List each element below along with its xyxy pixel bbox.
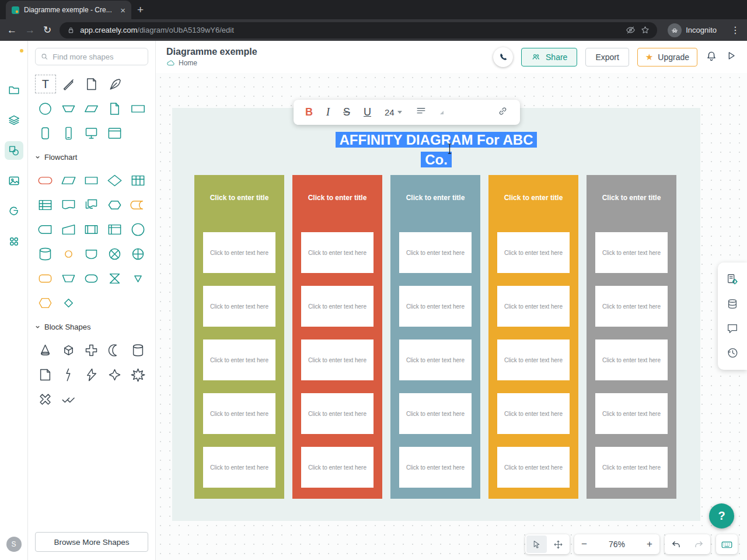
tab-close-icon[interactable]: × — [120, 5, 125, 15]
shape-double-check[interactable] — [58, 390, 79, 408]
shape-crescent[interactable] — [104, 341, 125, 359]
browse-more-shapes-button[interactable]: Browse More Shapes — [35, 532, 148, 552]
affinity-card[interactable]: Click to enter text here — [595, 447, 668, 488]
affinity-card[interactable]: Click to enter text here — [497, 286, 570, 327]
shape-trapezoid-down[interactable] — [58, 99, 79, 118]
font-size-dropdown[interactable]: 24 — [385, 107, 402, 117]
affinity-card[interactable]: Click to enter text here — [497, 393, 570, 434]
shape-parallelogram[interactable] — [81, 99, 102, 118]
shape-pen-tool[interactable] — [58, 75, 79, 93]
link-button[interactable] — [497, 106, 508, 119]
shape-circle-plus[interactable] — [127, 244, 148, 263]
shape-delay[interactable] — [35, 220, 56, 239]
shape-multi-document[interactable] — [81, 195, 102, 214]
affinity-card[interactable]: Click to enter text here — [497, 340, 570, 380]
shape-table[interactable] — [127, 171, 148, 190]
sidebar-item-google[interactable] — [5, 202, 23, 220]
page-settings-icon[interactable] — [726, 273, 739, 286]
shape-manual-input[interactable] — [58, 220, 79, 239]
affinity-card[interactable]: Click to enter text here — [399, 393, 472, 434]
shape-search[interactable] — [35, 48, 148, 65]
undo-icon[interactable] — [671, 539, 682, 550]
notifications-button[interactable] — [706, 50, 717, 64]
shape-cube[interactable] — [58, 341, 79, 359]
affinity-card[interactable]: Click to enter text here — [203, 286, 275, 327]
affinity-card[interactable]: Click to enter text here — [301, 393, 374, 434]
column-title[interactable]: Click to enter title — [194, 175, 284, 202]
sidebar-item-layers[interactable] — [5, 111, 23, 130]
shape-quill-tool[interactable] — [104, 75, 125, 93]
shape-hexagon[interactable] — [35, 293, 56, 312]
shape-card[interactable] — [35, 365, 56, 384]
zoom-in-button[interactable]: + — [647, 538, 652, 550]
column-title[interactable]: Click to enter title — [390, 175, 480, 202]
shape-rounded-rect[interactable] — [81, 269, 102, 288]
database-icon[interactable] — [726, 298, 739, 310]
creately-logo[interactable] — [6, 49, 22, 69]
align-button[interactable] — [416, 106, 427, 119]
keyboard-shortcuts-button[interactable] — [716, 534, 738, 554]
shape-rounded-portrait[interactable] — [35, 124, 56, 142]
affinity-card[interactable]: Click to enter text here — [399, 340, 472, 380]
sidebar-item-apps[interactable] — [5, 232, 23, 251]
browser-tab[interactable]: Diagramme exemple - Cre... × — [6, 1, 131, 19]
shape-rounded-rect-yellow[interactable] — [35, 269, 56, 288]
affinity-card[interactable]: Click to enter text here — [301, 286, 374, 327]
shape-trapezoid[interactable] — [58, 269, 79, 288]
shape-display[interactable] — [104, 195, 125, 214]
browser-menu-icon[interactable]: ⋮ — [731, 24, 740, 36]
shape-phone[interactable] — [58, 124, 79, 142]
affinity-column[interactable]: Click to enter titleClick to enter text … — [488, 175, 578, 499]
shape-decision[interactable] — [104, 171, 125, 190]
affinity-card[interactable]: Click to enter text here — [203, 232, 275, 273]
share-button[interactable]: Share — [521, 48, 577, 66]
breadcrumb[interactable]: Home — [166, 59, 257, 67]
affinity-card[interactable]: Click to enter text here — [203, 393, 275, 434]
section-block-shapes[interactable]: Block Shapes — [35, 323, 148, 331]
column-title[interactable]: Click to enter title — [587, 175, 676, 202]
search-input[interactable] — [53, 52, 142, 61]
url-field[interactable]: app.creately.com/diagram/oUbA5139wY6/edi… — [60, 22, 657, 38]
shape-hourglass[interactable] — [104, 269, 125, 288]
shape-stored-data[interactable] — [127, 195, 148, 214]
shape-page-tool[interactable] — [81, 75, 102, 93]
affinity-card[interactable]: Click to enter text here — [301, 340, 374, 380]
affinity-card[interactable]: Click to enter text here — [497, 232, 570, 273]
section-flowchart[interactable]: Flowchart — [35, 153, 148, 162]
affinity-card[interactable]: Click to enter text here — [399, 286, 472, 327]
comment-icon[interactable] — [726, 322, 739, 335]
user-avatar[interactable]: S — [6, 537, 22, 552]
affinity-column[interactable]: Click to enter titleClick to enter text … — [390, 175, 480, 499]
back-icon[interactable]: ← — [7, 24, 17, 36]
pan-tool-button[interactable] — [548, 536, 568, 553]
affinity-card[interactable]: Click to enter text here — [595, 286, 668, 327]
dropdown-corner-icon[interactable] — [440, 111, 444, 114]
call-button[interactable] — [493, 47, 513, 67]
eye-off-icon[interactable] — [626, 25, 636, 35]
strikethrough-button[interactable]: S — [343, 106, 350, 118]
shape-document[interactable] — [104, 99, 125, 118]
select-tool-button[interactable] — [526, 536, 547, 553]
shape-browser[interactable] — [104, 124, 125, 142]
affinity-card[interactable]: Click to enter text here — [595, 340, 668, 380]
shape-monitor[interactable] — [81, 124, 102, 142]
new-tab-button[interactable]: + — [137, 4, 144, 16]
shape-internal-storage[interactable] — [104, 220, 125, 239]
shape-cone[interactable] — [35, 341, 56, 359]
shape-big-circle[interactable] — [127, 220, 148, 239]
shape-process[interactable] — [81, 171, 102, 190]
shape-triangle-down[interactable] — [127, 269, 148, 288]
underline-button[interactable]: U — [364, 106, 371, 118]
affinity-card[interactable]: Click to enter text here — [399, 232, 472, 273]
column-title[interactable]: Click to enter title — [292, 175, 382, 202]
export-button[interactable]: Export — [585, 48, 629, 66]
affinity-card[interactable]: Click to enter text here — [595, 232, 668, 273]
zoom-out-button[interactable]: − — [581, 538, 587, 550]
shape-circle[interactable] — [35, 99, 56, 118]
sidebar-item-shapes[interactable] — [5, 141, 23, 160]
shape-circle-x[interactable] — [104, 244, 125, 263]
affinity-diagram-panel[interactable]: AFFINITY DIAGRAM For ABC Co. Click to en… — [172, 108, 700, 521]
shape-terminator[interactable] — [35, 171, 56, 190]
canvas[interactable]: AFFINITY DIAGRAM For ABC Co. Click to en… — [156, 73, 747, 560]
italic-button[interactable]: I — [326, 106, 330, 118]
